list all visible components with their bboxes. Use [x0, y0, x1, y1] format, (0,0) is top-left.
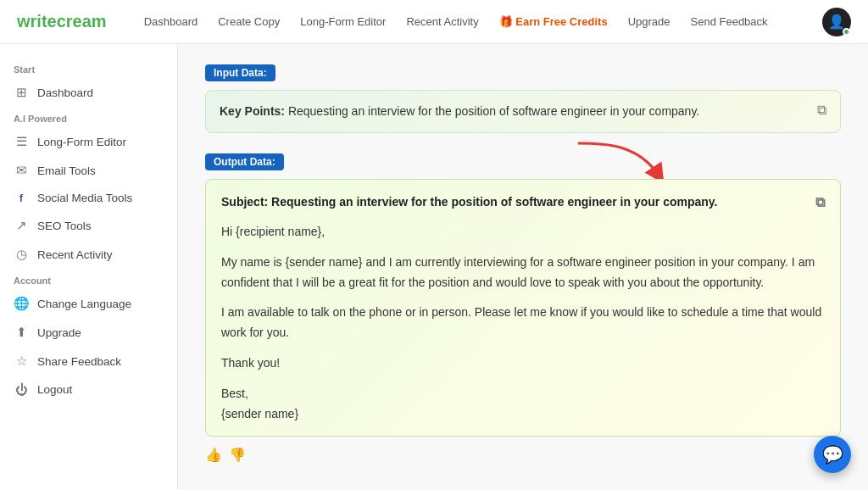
seo-icon: ↗: [14, 218, 29, 233]
input-copy-button[interactable]: ⧉: [817, 103, 826, 118]
thumbs-down-icon[interactable]: 👎: [229, 447, 246, 463]
output-paragraph1: My name is {sender name} and I am curren…: [221, 253, 825, 293]
sidebar-item-dashboard-label: Dashboard: [37, 86, 93, 99]
sidebar-section-start-label: Start: [0, 58, 177, 78]
output-thanks: Thank you!: [221, 354, 825, 374]
sidebar-item-seo-label: SEO Tools: [37, 220, 92, 232]
output-copy-button[interactable]: ⧉: [815, 195, 825, 210]
logout-icon: ⏻: [14, 382, 29, 397]
nav-earn-credits[interactable]: 🎁 Earn Free Credits: [499, 15, 608, 28]
sidebar: Start ⊞ Dashboard A.I Powered ☰ Long-For…: [0, 44, 178, 490]
chat-bubble-button[interactable]: 💬: [814, 436, 851, 473]
output-subject-text: Subject: Requesting an interview for the…: [221, 195, 718, 209]
nav-create-copy[interactable]: Create Copy: [218, 15, 280, 28]
sidebar-section-account: Account 🌐 Change Language ⬆ Upgrade ☆ Sh…: [0, 269, 177, 404]
sidebar-section-account-label: Account: [0, 269, 177, 289]
logo-write: write: [17, 12, 57, 31]
sidebar-item-social-media[interactable]: f Social Media Tools: [0, 185, 177, 211]
sidebar-item-email-tools[interactable]: ✉ Email Tools: [0, 156, 177, 185]
sidebar-item-email-label: Email Tools: [37, 164, 96, 177]
sidebar-item-long-form[interactable]: ☰ Long-Form Editor: [0, 127, 177, 156]
output-subject: Subject: Requesting an interview for the…: [221, 195, 825, 210]
sidebar-section-ai-label: A.I Powered: [0, 107, 177, 127]
output-greeting: Hi {recipient name},: [221, 222, 825, 242]
chat-icon: 💬: [822, 444, 843, 465]
nav-recent-activity[interactable]: Recent Activity: [406, 15, 478, 28]
sidebar-item-logout[interactable]: ⏻ Logout: [0, 376, 177, 404]
social-icon: f: [14, 192, 29, 204]
sidebar-item-dashboard[interactable]: ⊞ Dashboard: [0, 78, 177, 107]
logo-cream: cream: [57, 12, 107, 31]
sidebar-section-ai: A.I Powered ☰ Long-Form Editor ✉ Email T…: [0, 107, 177, 269]
content-area: Input Data: Key Points: Requesting an in…: [178, 44, 868, 490]
input-data-text: Key Points: Requesting an interview for …: [220, 103, 699, 120]
top-navigation: writecream Dashboard Create Copy Long-Fo…: [0, 0, 868, 44]
subject-label: Subject:: [221, 195, 268, 209]
input-data-section: Input Data: Key Points: Requesting an in…: [205, 64, 841, 133]
output-paragraph2: I am available to talk on the phone or i…: [221, 303, 825, 343]
online-indicator: [843, 28, 850, 36]
sidebar-item-logout-label: Logout: [37, 383, 72, 396]
output-signature: Best, {sender name}: [221, 384, 825, 425]
subject-content: Requesting an interview for the position…: [268, 195, 717, 209]
sidebar-item-recent-label: Recent Activity: [37, 248, 113, 261]
sidebar-item-social-label: Social Media Tools: [37, 192, 132, 204]
nav-long-form-editor[interactable]: Long-Form Editor: [300, 15, 386, 28]
nav-links: Dashboard Create Copy Long-Form Editor R…: [144, 15, 798, 28]
thumbs-up-icon[interactable]: 👍: [205, 447, 222, 463]
sidebar-item-seo[interactable]: ↗ SEO Tools: [0, 211, 177, 240]
input-data-badge: Input Data:: [205, 64, 275, 81]
sidebar-item-feedback-label: Share Feedback: [37, 355, 121, 368]
nav-dashboard[interactable]: Dashboard: [144, 15, 198, 28]
sidebar-item-change-language[interactable]: 🌐 Change Language: [0, 289, 177, 318]
sidebar-item-language-label: Change Language: [37, 298, 131, 310]
main-layout: Start ⊞ Dashboard A.I Powered ☰ Long-For…: [0, 44, 868, 490]
output-data-section: Output Data: Subject: Requesting an inte…: [205, 153, 841, 463]
key-points-content: Requesting an interview for the position…: [285, 104, 699, 118]
input-data-card: Key Points: Requesting an interview for …: [205, 90, 841, 133]
sidebar-item-upgrade[interactable]: ⬆ Upgrade: [0, 318, 177, 347]
output-body: Hi {recipient name}, My name is {sender …: [221, 222, 825, 424]
nav-upgrade[interactable]: Upgrade: [628, 15, 670, 28]
sidebar-item-upgrade-label: Upgrade: [37, 326, 81, 339]
sidebar-section-start: Start ⊞ Dashboard: [0, 58, 177, 107]
recent-icon: ◷: [14, 247, 29, 262]
feedback-icons: 👍 👎: [205, 447, 841, 463]
output-data-card: Subject: Requesting an interview for the…: [205, 179, 841, 437]
upgrade-icon: ⬆: [14, 325, 29, 340]
nav-send-feedback[interactable]: Send Feedback: [691, 15, 768, 28]
sidebar-item-long-form-label: Long-Form Editor: [37, 136, 126, 148]
red-arrow: [570, 135, 671, 186]
long-form-icon: ☰: [14, 134, 29, 149]
language-icon: 🌐: [14, 296, 29, 311]
sidebar-item-recent-activity[interactable]: ◷ Recent Activity: [0, 240, 177, 269]
email-icon: ✉: [14, 163, 29, 178]
key-points-label: Key Points:: [220, 104, 285, 118]
avatar-icon: 👤: [828, 14, 845, 30]
output-data-badge: Output Data:: [205, 153, 284, 170]
sidebar-item-share-feedback[interactable]: ☆ Share Feedback: [0, 347, 177, 376]
feedback-icon: ☆: [14, 354, 29, 369]
logo[interactable]: writecream: [17, 12, 107, 31]
dashboard-icon: ⊞: [14, 85, 29, 100]
user-avatar[interactable]: 👤: [822, 8, 851, 36]
